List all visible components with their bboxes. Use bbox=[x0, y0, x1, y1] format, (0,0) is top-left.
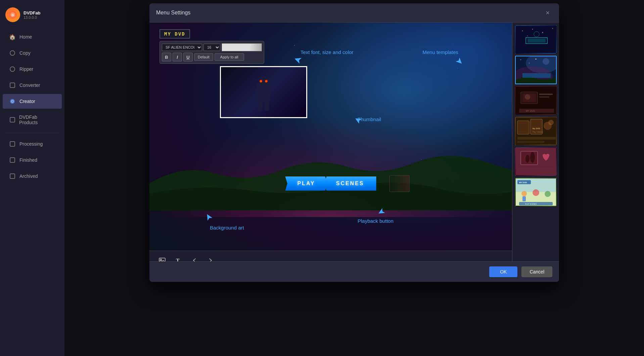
template-3[interactable]: MY DVD bbox=[515, 86, 557, 115]
sidebar: D DVDFab 13.0.0.0 🏠 Home Copy bbox=[0, 0, 64, 356]
sidebar-item-ripper[interactable]: Ripper bbox=[3, 62, 62, 77]
scenes-button[interactable]: SCENES bbox=[324, 176, 376, 191]
annotation-menu-templates: Menu templates bbox=[422, 49, 458, 55]
template-6[interactable]: MY DVD PLAY SCENES bbox=[515, 178, 557, 206]
svg-point-19 bbox=[260, 81, 262, 82]
annotation-playback-button: Playback button bbox=[358, 218, 394, 224]
font-row-2: B I U Default Apply to all bbox=[162, 53, 262, 61]
svg-rect-12 bbox=[10, 174, 15, 179]
svg-rect-33 bbox=[527, 39, 546, 43]
svg-rect-11 bbox=[10, 158, 15, 162]
app-version: 13.0.0.0 bbox=[24, 15, 41, 19]
prev-button[interactable] bbox=[188, 254, 200, 261]
template-5[interactable] bbox=[515, 147, 557, 176]
processing-icon bbox=[9, 141, 15, 147]
svg-point-70 bbox=[521, 191, 527, 196]
svg-text:Play • Scenes: Play • Scenes bbox=[533, 131, 543, 133]
thumbnail-inner bbox=[221, 67, 306, 117]
svg-text:MY DVD: MY DVD bbox=[519, 182, 527, 184]
cancel-button[interactable]: Cancel bbox=[521, 266, 552, 277]
svg-text:D: D bbox=[12, 13, 14, 17]
font-size-select[interactable]: 16 bbox=[203, 44, 220, 51]
svg-point-28 bbox=[532, 29, 533, 30]
play-button[interactable]: PLAY bbox=[285, 176, 327, 191]
svg-point-3 bbox=[10, 51, 15, 55]
close-button[interactable]: × bbox=[543, 8, 552, 17]
sidebar-item-processing[interactable]: Processing bbox=[3, 137, 62, 151]
sidebar-item-dvdfab-products[interactable]: DVDFab Products bbox=[3, 110, 62, 130]
svg-rect-58 bbox=[517, 141, 544, 143]
sidebar-item-label: Home bbox=[19, 34, 32, 40]
font-family-select[interactable]: SF ALIEN ENCOU bbox=[162, 44, 202, 51]
apply-all-button[interactable]: Apply to all bbox=[215, 53, 244, 61]
modal-overlay: Menu Settings × bbox=[64, 0, 644, 356]
svg-point-39 bbox=[529, 63, 530, 63]
svg-rect-21 bbox=[258, 101, 263, 111]
svg-rect-5 bbox=[10, 83, 15, 88]
template-4[interactable]: My DVD Play • Scenes bbox=[515, 117, 557, 145]
underline-button[interactable]: U bbox=[183, 53, 193, 61]
bold-button[interactable]: B bbox=[162, 53, 171, 61]
copy-icon bbox=[9, 50, 15, 56]
svg-rect-15 bbox=[257, 84, 270, 101]
archived-icon bbox=[9, 173, 15, 179]
ok-button[interactable]: OK bbox=[489, 266, 517, 277]
play-scenes-bar: PLAY SCENES bbox=[255, 173, 406, 194]
svg-text:MY DVD: MY DVD bbox=[526, 110, 535, 112]
color-picker[interactable] bbox=[222, 43, 262, 51]
modal-body: MY DVD SF ALIEN ENCOU 16 bbox=[149, 22, 559, 261]
svg-text:T: T bbox=[176, 258, 180, 261]
default-button[interactable]: Default bbox=[194, 53, 213, 61]
svg-point-29 bbox=[542, 32, 543, 33]
svg-point-40 bbox=[536, 59, 537, 60]
svg-rect-10 bbox=[10, 142, 15, 146]
sidebar-item-label: Copy bbox=[19, 50, 31, 56]
italic-button[interactable]: I bbox=[173, 53, 182, 61]
sidebar-item-label: Creator bbox=[19, 99, 35, 104]
svg-rect-57 bbox=[517, 137, 556, 140]
svg-rect-53 bbox=[517, 121, 529, 134]
finished-icon bbox=[9, 157, 15, 163]
sidebar-item-label: Finished bbox=[19, 157, 37, 163]
annotation-background-art: Background art bbox=[210, 225, 244, 231]
sidebar-item-creator[interactable]: Creator bbox=[3, 94, 62, 109]
svg-point-8 bbox=[12, 101, 13, 102]
sidebar-item-home[interactable]: 🏠 Home bbox=[3, 30, 62, 44]
svg-rect-22 bbox=[265, 101, 269, 111]
sidebar-item-copy[interactable]: Copy bbox=[3, 46, 62, 60]
font-toolbar: SF ALIEN ENCOU 16 B I U Default bbox=[159, 41, 264, 64]
creator-icon bbox=[9, 98, 15, 104]
image-tool-button[interactable] bbox=[156, 254, 168, 261]
template-1[interactable] bbox=[515, 25, 557, 54]
template-2[interactable] bbox=[515, 56, 557, 84]
app-logo: D DVDFab 13.0.0.0 bbox=[0, 3, 64, 26]
svg-point-31 bbox=[527, 36, 528, 36]
svg-point-30 bbox=[552, 28, 553, 29]
svg-point-72 bbox=[533, 189, 539, 196]
text-tool-button[interactable]: T bbox=[172, 254, 184, 261]
svg-point-56 bbox=[548, 120, 554, 125]
menu-settings-modal: Menu Settings × bbox=[149, 3, 559, 282]
nav-divider bbox=[5, 133, 59, 133]
svg-point-4 bbox=[10, 67, 15, 71]
dvd-title-bar[interactable]: MY DVD bbox=[159, 29, 190, 39]
svg-rect-48 bbox=[539, 96, 549, 98]
preview-toolbar: T bbox=[149, 251, 512, 261]
sidebar-item-label: Converter bbox=[19, 83, 40, 88]
svg-point-37 bbox=[543, 58, 549, 65]
sidebar-item-converter[interactable]: Converter bbox=[3, 78, 62, 93]
template-sidebar: MY DVD bbox=[512, 22, 559, 261]
modal-header: Menu Settings × bbox=[149, 3, 559, 22]
video-thumbnail[interactable] bbox=[220, 66, 307, 118]
next-button[interactable] bbox=[204, 254, 217, 261]
sidebar-item-archived[interactable]: Archived bbox=[3, 169, 62, 184]
modal-footer: OK Cancel bbox=[149, 261, 559, 282]
home-icon: 🏠 bbox=[9, 34, 15, 40]
ripper-icon bbox=[9, 66, 15, 72]
sidebar-item-label: Archived bbox=[19, 173, 38, 179]
svg-text:PLAY    SCENES: PLAY SCENES bbox=[525, 203, 537, 205]
sidebar-item-finished[interactable]: Finished bbox=[3, 153, 62, 167]
svg-text:My DVD: My DVD bbox=[533, 128, 540, 130]
converter-icon bbox=[9, 82, 15, 88]
logo-icon: D bbox=[5, 7, 20, 22]
